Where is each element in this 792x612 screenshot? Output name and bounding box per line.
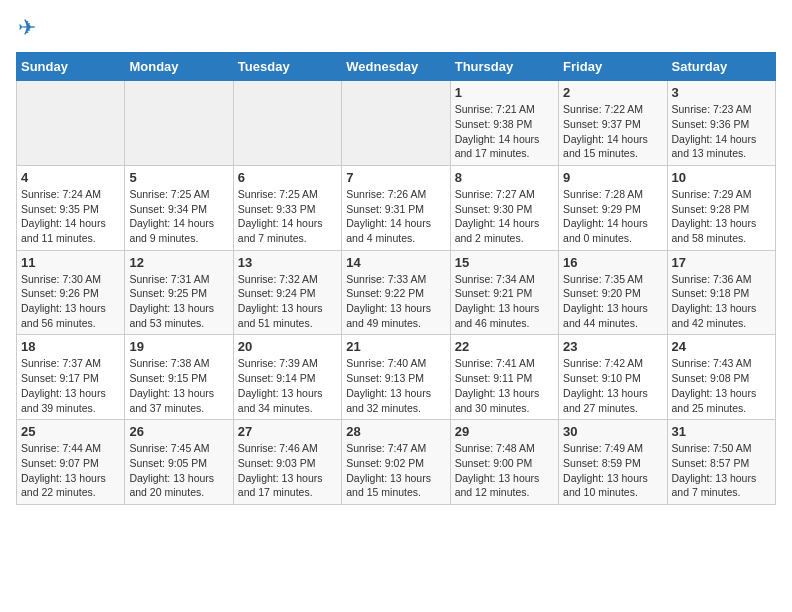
- logo: ✈: [16, 16, 36, 40]
- day-info: Sunrise: 7:42 AM Sunset: 9:10 PM Dayligh…: [563, 356, 662, 415]
- day-info: Sunrise: 7:49 AM Sunset: 8:59 PM Dayligh…: [563, 441, 662, 500]
- calendar-cell: 2Sunrise: 7:22 AM Sunset: 9:37 PM Daylig…: [559, 81, 667, 166]
- day-number: 29: [455, 424, 554, 439]
- calendar-cell: 10Sunrise: 7:29 AM Sunset: 9:28 PM Dayli…: [667, 165, 775, 250]
- calendar-week-row: 1Sunrise: 7:21 AM Sunset: 9:38 PM Daylig…: [17, 81, 776, 166]
- weekday-header: Saturday: [667, 53, 775, 81]
- calendar-table: SundayMondayTuesdayWednesdayThursdayFrid…: [16, 52, 776, 505]
- calendar-cell: 12Sunrise: 7:31 AM Sunset: 9:25 PM Dayli…: [125, 250, 233, 335]
- calendar-cell: 9Sunrise: 7:28 AM Sunset: 9:29 PM Daylig…: [559, 165, 667, 250]
- calendar-cell: 19Sunrise: 7:38 AM Sunset: 9:15 PM Dayli…: [125, 335, 233, 420]
- day-info: Sunrise: 7:23 AM Sunset: 9:36 PM Dayligh…: [672, 102, 771, 161]
- day-number: 4: [21, 170, 120, 185]
- day-number: 21: [346, 339, 445, 354]
- day-number: 7: [346, 170, 445, 185]
- day-info: Sunrise: 7:33 AM Sunset: 9:22 PM Dayligh…: [346, 272, 445, 331]
- day-info: Sunrise: 7:50 AM Sunset: 8:57 PM Dayligh…: [672, 441, 771, 500]
- day-info: Sunrise: 7:38 AM Sunset: 9:15 PM Dayligh…: [129, 356, 228, 415]
- day-number: 5: [129, 170, 228, 185]
- calendar-cell: 14Sunrise: 7:33 AM Sunset: 9:22 PM Dayli…: [342, 250, 450, 335]
- calendar-cell: 18Sunrise: 7:37 AM Sunset: 9:17 PM Dayli…: [17, 335, 125, 420]
- day-info: Sunrise: 7:25 AM Sunset: 9:34 PM Dayligh…: [129, 187, 228, 246]
- day-number: 10: [672, 170, 771, 185]
- day-number: 28: [346, 424, 445, 439]
- day-number: 3: [672, 85, 771, 100]
- logo-bird-icon: ✈: [18, 16, 36, 40]
- day-info: Sunrise: 7:43 AM Sunset: 9:08 PM Dayligh…: [672, 356, 771, 415]
- calendar-cell: [125, 81, 233, 166]
- day-number: 17: [672, 255, 771, 270]
- weekday-header: Sunday: [17, 53, 125, 81]
- day-info: Sunrise: 7:45 AM Sunset: 9:05 PM Dayligh…: [129, 441, 228, 500]
- day-number: 13: [238, 255, 337, 270]
- calendar-week-row: 4Sunrise: 7:24 AM Sunset: 9:35 PM Daylig…: [17, 165, 776, 250]
- weekday-header: Monday: [125, 53, 233, 81]
- weekday-header: Wednesday: [342, 53, 450, 81]
- day-number: 9: [563, 170, 662, 185]
- day-info: Sunrise: 7:21 AM Sunset: 9:38 PM Dayligh…: [455, 102, 554, 161]
- calendar-week-row: 11Sunrise: 7:30 AM Sunset: 9:26 PM Dayli…: [17, 250, 776, 335]
- day-info: Sunrise: 7:37 AM Sunset: 9:17 PM Dayligh…: [21, 356, 120, 415]
- day-info: Sunrise: 7:29 AM Sunset: 9:28 PM Dayligh…: [672, 187, 771, 246]
- day-info: Sunrise: 7:30 AM Sunset: 9:26 PM Dayligh…: [21, 272, 120, 331]
- day-number: 23: [563, 339, 662, 354]
- day-number: 27: [238, 424, 337, 439]
- day-info: Sunrise: 7:34 AM Sunset: 9:21 PM Dayligh…: [455, 272, 554, 331]
- day-number: 18: [21, 339, 120, 354]
- day-number: 31: [672, 424, 771, 439]
- calendar-cell: 7Sunrise: 7:26 AM Sunset: 9:31 PM Daylig…: [342, 165, 450, 250]
- calendar-week-row: 18Sunrise: 7:37 AM Sunset: 9:17 PM Dayli…: [17, 335, 776, 420]
- calendar-cell: 22Sunrise: 7:41 AM Sunset: 9:11 PM Dayli…: [450, 335, 558, 420]
- calendar-cell: 4Sunrise: 7:24 AM Sunset: 9:35 PM Daylig…: [17, 165, 125, 250]
- calendar-cell: 24Sunrise: 7:43 AM Sunset: 9:08 PM Dayli…: [667, 335, 775, 420]
- day-number: 26: [129, 424, 228, 439]
- day-info: Sunrise: 7:35 AM Sunset: 9:20 PM Dayligh…: [563, 272, 662, 331]
- day-number: 14: [346, 255, 445, 270]
- day-info: Sunrise: 7:36 AM Sunset: 9:18 PM Dayligh…: [672, 272, 771, 331]
- calendar-cell: 17Sunrise: 7:36 AM Sunset: 9:18 PM Dayli…: [667, 250, 775, 335]
- day-info: Sunrise: 7:31 AM Sunset: 9:25 PM Dayligh…: [129, 272, 228, 331]
- calendar-cell: 29Sunrise: 7:48 AM Sunset: 9:00 PM Dayli…: [450, 420, 558, 505]
- day-info: Sunrise: 7:24 AM Sunset: 9:35 PM Dayligh…: [21, 187, 120, 246]
- calendar-cell: [342, 81, 450, 166]
- weekday-header: Friday: [559, 53, 667, 81]
- calendar-cell: 25Sunrise: 7:44 AM Sunset: 9:07 PM Dayli…: [17, 420, 125, 505]
- day-number: 8: [455, 170, 554, 185]
- calendar-cell: 1Sunrise: 7:21 AM Sunset: 9:38 PM Daylig…: [450, 81, 558, 166]
- day-number: 16: [563, 255, 662, 270]
- day-number: 25: [21, 424, 120, 439]
- calendar-cell: 6Sunrise: 7:25 AM Sunset: 9:33 PM Daylig…: [233, 165, 341, 250]
- calendar-cell: 23Sunrise: 7:42 AM Sunset: 9:10 PM Dayli…: [559, 335, 667, 420]
- day-info: Sunrise: 7:27 AM Sunset: 9:30 PM Dayligh…: [455, 187, 554, 246]
- day-info: Sunrise: 7:41 AM Sunset: 9:11 PM Dayligh…: [455, 356, 554, 415]
- calendar-cell: 28Sunrise: 7:47 AM Sunset: 9:02 PM Dayli…: [342, 420, 450, 505]
- day-info: Sunrise: 7:40 AM Sunset: 9:13 PM Dayligh…: [346, 356, 445, 415]
- calendar-cell: 16Sunrise: 7:35 AM Sunset: 9:20 PM Dayli…: [559, 250, 667, 335]
- calendar-cell: 31Sunrise: 7:50 AM Sunset: 8:57 PM Dayli…: [667, 420, 775, 505]
- day-number: 11: [21, 255, 120, 270]
- day-info: Sunrise: 7:47 AM Sunset: 9:02 PM Dayligh…: [346, 441, 445, 500]
- day-number: 12: [129, 255, 228, 270]
- day-info: Sunrise: 7:26 AM Sunset: 9:31 PM Dayligh…: [346, 187, 445, 246]
- calendar-cell: 8Sunrise: 7:27 AM Sunset: 9:30 PM Daylig…: [450, 165, 558, 250]
- day-info: Sunrise: 7:22 AM Sunset: 9:37 PM Dayligh…: [563, 102, 662, 161]
- calendar-cell: [233, 81, 341, 166]
- calendar-cell: 20Sunrise: 7:39 AM Sunset: 9:14 PM Dayli…: [233, 335, 341, 420]
- day-info: Sunrise: 7:46 AM Sunset: 9:03 PM Dayligh…: [238, 441, 337, 500]
- calendar-cell: 27Sunrise: 7:46 AM Sunset: 9:03 PM Dayli…: [233, 420, 341, 505]
- day-number: 22: [455, 339, 554, 354]
- day-info: Sunrise: 7:39 AM Sunset: 9:14 PM Dayligh…: [238, 356, 337, 415]
- page-header: ✈: [16, 16, 776, 40]
- day-number: 19: [129, 339, 228, 354]
- day-number: 24: [672, 339, 771, 354]
- day-number: 20: [238, 339, 337, 354]
- calendar-cell: 30Sunrise: 7:49 AM Sunset: 8:59 PM Dayli…: [559, 420, 667, 505]
- weekday-header: Tuesday: [233, 53, 341, 81]
- day-number: 1: [455, 85, 554, 100]
- day-number: 15: [455, 255, 554, 270]
- calendar-cell: 5Sunrise: 7:25 AM Sunset: 9:34 PM Daylig…: [125, 165, 233, 250]
- day-info: Sunrise: 7:25 AM Sunset: 9:33 PM Dayligh…: [238, 187, 337, 246]
- calendar-cell: 21Sunrise: 7:40 AM Sunset: 9:13 PM Dayli…: [342, 335, 450, 420]
- calendar-cell: 15Sunrise: 7:34 AM Sunset: 9:21 PM Dayli…: [450, 250, 558, 335]
- calendar-header-row: SundayMondayTuesdayWednesdayThursdayFrid…: [17, 53, 776, 81]
